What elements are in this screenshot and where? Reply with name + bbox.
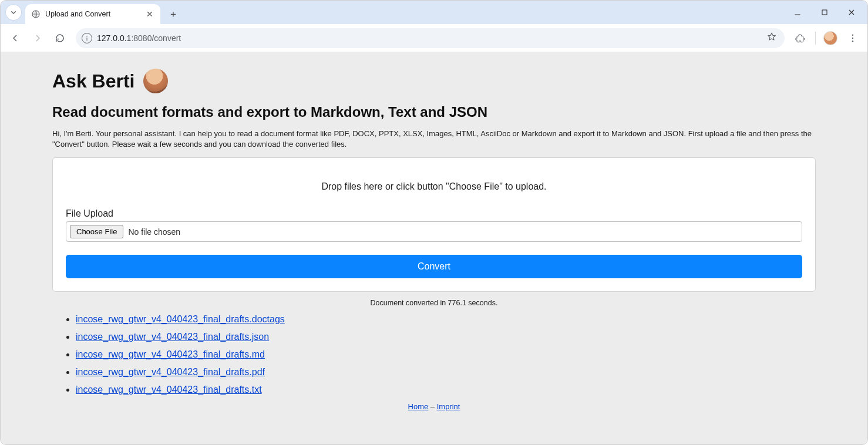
list-item: incose_rwg_gtwr_v4_040423_final_drafts.m… — [76, 349, 816, 360]
puzzle-icon — [795, 33, 806, 43]
window-controls — [784, 1, 865, 24]
forward-button[interactable] — [28, 28, 48, 48]
svg-point-2 — [852, 34, 853, 35]
page-footer: Home – Imprint — [52, 402, 816, 411]
list-item: incose_rwg_gtwr_v4_040423_final_drafts.d… — [76, 314, 816, 325]
reload-icon — [55, 33, 65, 43]
browser-menu-button[interactable] — [843, 28, 863, 48]
download-link[interactable]: incose_rwg_gtwr_v4_040423_final_drafts.d… — [76, 314, 285, 324]
footer-home-link[interactable]: Home — [408, 402, 429, 411]
dropzone-text: Drop files here or click button "Choose … — [66, 171, 802, 208]
upload-card: Drop files here or click button "Choose … — [52, 157, 816, 292]
svg-rect-1 — [822, 10, 827, 15]
toolbar-separator — [815, 32, 816, 45]
list-item: incose_rwg_gtwr_v4_040423_final_drafts.j… — [76, 332, 816, 342]
arrow-right-icon — [32, 33, 43, 43]
file-input-row: Choose File No file chosen — [66, 221, 802, 242]
file-chosen-status: No file chosen — [128, 227, 180, 237]
maximize-icon — [820, 8, 829, 17]
bookmark-button[interactable] — [765, 32, 779, 45]
close-window-button[interactable] — [838, 3, 865, 22]
download-link[interactable]: incose_rwg_gtwr_v4_040423_final_drafts.j… — [76, 332, 269, 342]
arrow-left-icon — [10, 33, 21, 43]
footer-imprint-link[interactable]: Imprint — [437, 402, 460, 411]
minimize-button[interactable] — [784, 3, 811, 22]
new-tab-button[interactable]: ＋ — [165, 6, 181, 22]
url-host: 127.0.0.1 — [97, 33, 131, 43]
page-title: Ask Berti — [52, 69, 816, 93]
svg-point-4 — [852, 41, 853, 42]
maximize-button[interactable] — [811, 3, 838, 22]
list-item: incose_rwg_gtwr_v4_040423_final_drafts.t… — [76, 385, 816, 395]
back-button[interactable] — [5, 28, 25, 48]
download-link[interactable]: incose_rwg_gtwr_v4_040423_final_drafts.m… — [76, 349, 265, 359]
url-text: 127.0.0.1:8080/convert — [97, 33, 760, 43]
extensions-button[interactable] — [790, 28, 810, 48]
browser-toolbar: i 127.0.0.1:8080/convert — [1, 24, 867, 52]
page-content: Ask Berti Read document formats and expo… — [1, 52, 867, 420]
list-item: incose_rwg_gtwr_v4_040423_final_drafts.p… — [76, 367, 816, 377]
page-subtitle: Read document formats and export to Mark… — [52, 104, 816, 120]
minimize-icon — [793, 8, 802, 17]
address-bar[interactable]: i 127.0.0.1:8080/convert — [76, 28, 785, 48]
site-info-icon[interactable]: i — [82, 33, 92, 43]
footer-separator: – — [428, 402, 436, 411]
search-tabs-button[interactable] — [5, 4, 22, 21]
berti-avatar-icon — [143, 69, 168, 93]
star-icon — [766, 32, 777, 42]
tab-strip: Upload and Convert ✕ ＋ — [1, 1, 867, 24]
close-icon — [847, 8, 856, 17]
intro-paragraph: Hi, I'm Berti. Your personal assistant. … — [52, 129, 816, 149]
file-upload-label: File Upload — [66, 208, 802, 219]
url-path: :8080/convert — [131, 33, 181, 43]
svg-point-3 — [852, 37, 853, 38]
reload-button[interactable] — [50, 28, 70, 48]
page-viewport[interactable]: Ask Berti Read document formats and expo… — [1, 52, 867, 445]
chevron-down-icon — [9, 8, 18, 17]
page-title-text: Ask Berti — [52, 70, 135, 92]
choose-file-button[interactable]: Choose File — [70, 225, 123, 238]
download-link[interactable]: incose_rwg_gtwr_v4_040423_final_drafts.t… — [76, 385, 262, 395]
avatar-icon — [823, 31, 837, 45]
download-link[interactable]: incose_rwg_gtwr_v4_040423_final_drafts.p… — [76, 367, 265, 377]
browser-window: Upload and Convert ✕ ＋ i — [0, 0, 868, 445]
kebab-icon — [847, 33, 858, 43]
globe-icon — [31, 9, 41, 19]
profile-button[interactable] — [820, 28, 840, 48]
conversion-status: Document converted in 776.1 seconds. — [52, 299, 816, 307]
tab-close-button[interactable]: ✕ — [145, 9, 154, 19]
tab-title: Upload and Convert — [45, 10, 140, 18]
convert-button[interactable]: Convert — [66, 255, 802, 278]
downloads-list: incose_rwg_gtwr_v4_040423_final_drafts.d… — [52, 314, 816, 395]
browser-tab[interactable]: Upload and Convert ✕ — [25, 4, 160, 24]
